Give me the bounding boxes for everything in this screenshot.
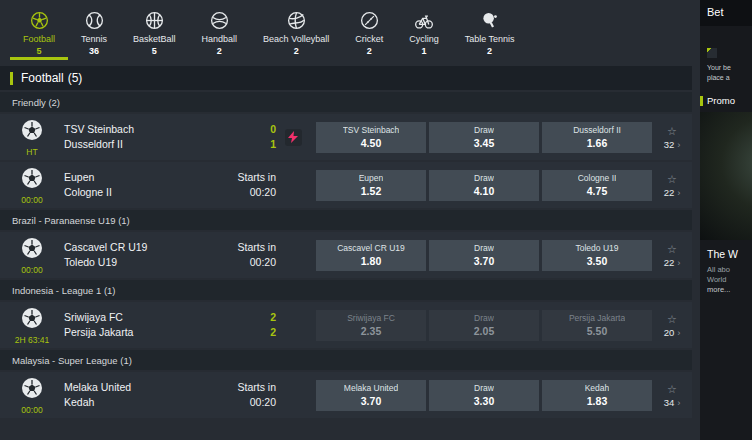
odd-button-home[interactable]: TSV Steinbach 4.50 <box>316 122 426 153</box>
odd-button-home[interactable]: Cascavel CR U19 1.80 <box>316 240 426 271</box>
betslip-note-line: Your be <box>707 63 752 73</box>
chevron-right-icon: › <box>677 257 680 268</box>
football-icon <box>29 9 50 31</box>
away-team: Persija Jakarta <box>64 325 220 340</box>
nav-count: 36 <box>89 46 99 56</box>
sports-nav-item-cricket[interactable]: Cricket 2 <box>342 0 396 60</box>
favorite-star-icon[interactable]: ☆ <box>667 125 677 137</box>
nav-label: Cricket <box>355 34 383 44</box>
league-header: Brazil - Paranaense U19 (1) <box>0 210 692 230</box>
football-icon <box>20 166 44 194</box>
match-row[interactable]: 00:00 Eupen Cologne II Starts in 00:20 E… <box>0 162 692 208</box>
nav-count: 2 <box>367 46 372 56</box>
odd-button-away[interactable]: Cologne II 4.75 <box>542 170 652 201</box>
sports-nav-item-table-tennis[interactable]: Table Tennis 2 <box>452 0 528 60</box>
match-row[interactable]: HT TSV Steinbach Dusseldorf II 0 1 TSV S… <box>0 114 692 160</box>
away-team: Kedah <box>64 395 220 410</box>
nav-label: Tennis <box>81 34 107 44</box>
odd-button-home[interactable]: Melaka United 3.70 <box>316 380 426 411</box>
nav-count: 1 <box>421 46 426 56</box>
cricket-icon <box>359 9 380 31</box>
favorite-star-icon[interactable]: ☆ <box>667 383 677 395</box>
promo-card-title: The W <box>700 240 752 260</box>
promo-more-link[interactable]: more... <box>707 285 752 295</box>
favorite-star-icon[interactable]: ☆ <box>667 313 677 325</box>
accent-bar <box>10 72 13 85</box>
live-indicator <box>285 129 302 146</box>
match-row[interactable]: 00:00 Cascavel CR U19 Toledo U19 Starts … <box>0 232 692 278</box>
league-header: Malaysia - Super League (1) <box>0 350 692 370</box>
markets-count[interactable]: 22› <box>664 187 681 198</box>
home-team: TSV Steinbach <box>64 122 220 137</box>
home-score: 0 <box>220 122 276 137</box>
odd-button-away[interactable]: Kedah 1.83 <box>542 380 652 411</box>
promo-header: Promo <box>700 95 752 106</box>
basketball-icon <box>144 9 165 31</box>
odd-button-away[interactable]: Dusseldorf II 1.66 <box>542 122 652 153</box>
nav-count: 2 <box>487 46 492 56</box>
markets-count[interactable]: 34› <box>664 397 681 408</box>
odd-button-draw[interactable]: Draw 4.10 <box>429 170 539 201</box>
home-team: Cascavel CR U19 <box>64 240 220 255</box>
sports-nav-item-basketball[interactable]: BasketBall 5 <box>120 0 189 60</box>
sports-nav-item-handball[interactable]: Handball 2 <box>189 0 251 60</box>
nav-count: 5 <box>37 46 42 56</box>
markets-count[interactable]: 20› <box>664 327 681 338</box>
away-team: Dusseldorf II <box>64 137 220 152</box>
football-icon <box>20 306 44 334</box>
sports-nav-item-cycling[interactable]: Cycling 1 <box>396 0 452 60</box>
match-status: 00:00 <box>21 195 42 205</box>
promo-card-text-line: World <box>707 275 752 285</box>
odd-button-away[interactable]: Toledo U19 3.50 <box>542 240 652 271</box>
starts-in-time: 00:20 <box>220 185 276 200</box>
handball-icon <box>209 9 230 31</box>
match-row[interactable]: 2H 63:41 Sriwijaya FC Persija Jakarta 2 … <box>0 302 692 348</box>
nav-count: 2 <box>217 46 222 56</box>
home-team: Eupen <box>64 170 220 185</box>
home-team: Sriwijaya FC <box>64 310 220 325</box>
tennis-icon <box>84 9 105 31</box>
main-content: Football 5 Tennis 36 BasketBall <box>0 0 692 418</box>
away-score: 2 <box>220 325 276 340</box>
nav-label: Beach Volleyball <box>263 34 329 44</box>
promo-banner-image[interactable] <box>700 112 752 240</box>
home-team: Melaka United <box>64 380 220 395</box>
promo-label: Promo <box>707 95 735 106</box>
football-icon <box>20 376 44 404</box>
table-tennis-icon <box>479 9 500 31</box>
odd-button-home[interactable]: Eupen 1.52 <box>316 170 426 201</box>
page-title: Football(5) <box>21 71 82 85</box>
odd-button-draw[interactable]: Draw 3.45 <box>429 122 539 153</box>
nav-label: Table Tennis <box>465 34 515 44</box>
sports-nav-item-football[interactable]: Football 5 <box>10 0 68 60</box>
favorite-star-icon[interactable]: ☆ <box>667 173 677 185</box>
match-status: 00:00 <box>21 405 42 415</box>
nav-label: Cycling <box>409 34 439 44</box>
away-team: Cologne II <box>64 185 220 200</box>
starts-in-label: Starts in <box>220 380 276 395</box>
betslip-icon <box>707 48 717 58</box>
away-score: 1 <box>220 137 276 152</box>
chevron-right-icon: › <box>677 327 680 338</box>
betslip-title: Bet <box>700 0 752 26</box>
cycling-icon <box>413 9 435 31</box>
odd-button-home: Sriwijaya FC 2.35 <box>316 310 426 341</box>
betslip-sidebar: Bet Your be place a Promo The W All abo … <box>700 0 752 440</box>
markets-count[interactable]: 22› <box>664 257 681 268</box>
beach-volleyball-icon <box>286 9 307 31</box>
odd-button-draw[interactable]: Draw 3.70 <box>429 240 539 271</box>
chevron-right-icon: › <box>677 139 680 150</box>
nav-count: 2 <box>294 46 299 56</box>
match-status: 2H 63:41 <box>15 335 50 345</box>
nav-label: BasketBall <box>133 34 176 44</box>
nav-count: 5 <box>152 46 157 56</box>
sports-nav-item-beach-volleyball[interactable]: Beach Volleyball 2 <box>250 0 342 60</box>
match-row[interactable]: 00:00 Melaka United Kedah Starts in 00:2… <box>0 372 692 418</box>
odd-button-draw[interactable]: Draw 3.30 <box>429 380 539 411</box>
league-header: Friendly (2) <box>0 92 692 112</box>
football-icon <box>20 118 44 146</box>
favorite-star-icon[interactable]: ☆ <box>667 243 677 255</box>
sports-nav-item-tennis[interactable]: Tennis 36 <box>68 0 120 60</box>
away-team: Toledo U19 <box>64 255 220 270</box>
markets-count[interactable]: 32› <box>664 139 681 150</box>
